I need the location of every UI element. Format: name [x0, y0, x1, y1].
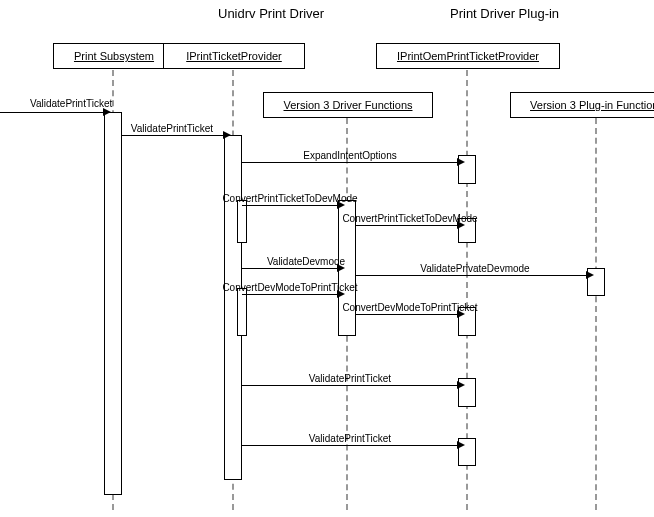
- message-line-7: [242, 294, 338, 295]
- group-label-unidrv: Unidrv Print Driver: [218, 6, 324, 21]
- message-line-9: [242, 385, 458, 386]
- message-label-3: ConvertPrintTicketToDevMode: [222, 193, 357, 204]
- message-label-10: ValidatePrintTicket: [309, 433, 391, 444]
- participant-label: Print Subsystem: [74, 50, 154, 62]
- message-line-10: [242, 445, 458, 446]
- message-line-6: [356, 275, 587, 276]
- lifeline-v3plug: [595, 118, 597, 510]
- message-line-2: [242, 162, 458, 163]
- message-arrow-0: [103, 108, 111, 116]
- sequence-diagram: { "chart_data": { "type": "sequence-diag…: [0, 0, 654, 517]
- message-label-8: ConvertDevModeToPrintTicket: [342, 302, 477, 313]
- participant-label: IPrintTicketProvider: [186, 50, 282, 62]
- message-arrow-9: [457, 381, 465, 389]
- message-line-8: [356, 314, 458, 315]
- participant-label: Version 3 Plug-in Functions: [530, 99, 654, 111]
- message-arrow-10: [457, 441, 465, 449]
- participant-label: IPrintOemPrintTicketProvider: [397, 50, 539, 62]
- message-line-1: [122, 135, 224, 136]
- participant-itp: IPrintTicketProvider: [163, 43, 305, 69]
- message-label-5: ValidateDevmode: [267, 256, 345, 267]
- message-label-1: ValidatePrintTicket: [131, 123, 213, 134]
- message-arrow-1: [223, 131, 231, 139]
- message-label-6: ValidatePrivateDevmode: [420, 263, 529, 274]
- message-label-4: ConvertPrintTicketToDevMode: [342, 213, 477, 224]
- message-line-3: [242, 205, 338, 206]
- activation-itp-2: [237, 200, 247, 243]
- participant-v3plug: Version 3 Plug-in Functions: [510, 92, 654, 118]
- participant-printsub: Print Subsystem: [53, 43, 175, 69]
- message-line-4: [356, 225, 458, 226]
- activation-itp-3: [237, 288, 247, 336]
- message-line-5: [242, 268, 338, 269]
- message-label-7: ConvertDevModeToPrintTicket: [222, 282, 357, 293]
- message-label-9: ValidatePrintTicket: [309, 373, 391, 384]
- group-label-plugin: Print Driver Plug-in: [450, 6, 559, 21]
- message-line-0: [0, 112, 104, 113]
- message-arrow-2: [457, 158, 465, 166]
- activation-printsub-0: [104, 112, 122, 495]
- participant-label: Version 3 Driver Functions: [284, 99, 413, 111]
- message-label-2: ExpandIntentOptions: [303, 150, 396, 161]
- message-label-0: ValidatePrintTicket: [30, 98, 112, 109]
- participant-ioem: IPrintOemPrintTicketProvider: [376, 43, 560, 69]
- message-arrow-6: [586, 271, 594, 279]
- participant-v3drv: Version 3 Driver Functions: [263, 92, 433, 118]
